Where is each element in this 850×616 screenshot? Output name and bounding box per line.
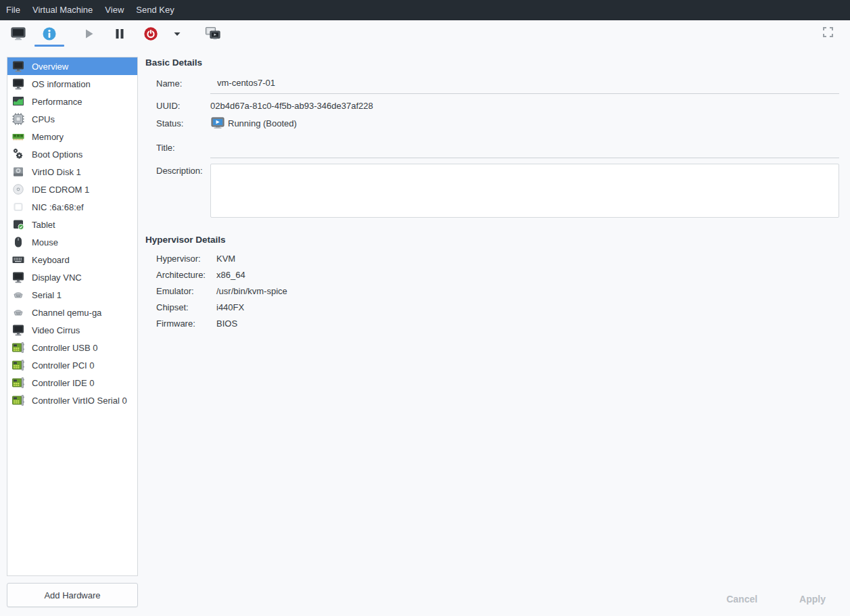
monitor-icon <box>11 323 26 337</box>
sidebar-item-performance[interactable]: Performance <box>7 93 137 110</box>
hv-row-emulator: Emulator:/usr/bin/kvm-spice <box>156 286 839 296</box>
menu-virtual-machine[interactable]: Virtual Machine <box>26 0 99 20</box>
sidebar-item-memory[interactable]: Memory <box>7 128 137 145</box>
fullscreen-button[interactable] <box>818 23 838 43</box>
sidebar-item-label: Controller IDE 0 <box>32 378 94 388</box>
hv-label: Architecture: <box>156 270 216 280</box>
sidebar-item-label: Boot Options <box>32 149 82 160</box>
details-info-icon <box>41 26 57 44</box>
sidebar-item-label: Tablet <box>32 220 55 230</box>
hv-value: /usr/bin/kvm-spice <box>216 286 839 296</box>
title-label: Title: <box>156 143 210 158</box>
sidebar-item-label: VirtIO Disk 1 <box>32 167 81 177</box>
sidebar-item-label: Overview <box>32 62 68 72</box>
vm-running-icon <box>210 117 225 129</box>
hv-label: Hypervisor: <box>156 254 216 264</box>
sidebar-item-serial-1[interactable]: Serial 1 <box>7 286 137 304</box>
cpu-icon <box>11 112 26 126</box>
hv-value: x86_64 <box>216 270 839 280</box>
monitor-icon <box>11 270 26 285</box>
sidebar-item-video-cirrus[interactable]: Video Cirrus <box>7 321 137 339</box>
footer-actions: Cancel Apply <box>726 594 826 605</box>
sidebar-item-controller-usb-0[interactable]: Controller USB 0 <box>7 339 137 356</box>
shutdown-menu-button[interactable] <box>166 22 188 47</box>
title-input[interactable] <box>210 140 839 158</box>
run-button[interactable] <box>73 22 104 47</box>
uuid-value: 02b4d67a-81c0-4f5b-ab93-346de37af228 <box>210 101 839 111</box>
description-textarea[interactable] <box>210 164 839 218</box>
sidebar-item-keyboard[interactable]: Keyboard <box>7 251 137 268</box>
sidebar-item-label: Channel qemu-ga <box>32 308 101 318</box>
name-input[interactable] <box>210 76 839 94</box>
sidebar-item-channel-qemu-ga[interactable]: Channel qemu-ga <box>7 304 137 321</box>
fullscreen-icon <box>822 26 834 40</box>
hv-label: Firmware: <box>156 318 216 329</box>
sidebar-item-boot-options[interactable]: Boot Options <box>7 145 137 163</box>
sidebar-item-label: OS information <box>32 79 91 89</box>
toolbar <box>0 20 850 49</box>
sidebar-item-label: Performance <box>32 97 82 107</box>
serial-icon <box>11 287 26 302</box>
menu-file[interactable]: File <box>0 0 26 20</box>
screenshot-button[interactable] <box>197 22 229 47</box>
description-label: Description: <box>156 164 210 176</box>
sidebar-item-label: Memory <box>32 132 64 142</box>
sidebar-item-label: Keyboard <box>32 255 70 265</box>
sidebar-item-label: Video Cirrus <box>32 325 80 335</box>
sidebar-item-virtio-disk-1[interactable]: VirtIO Disk 1 <box>7 163 137 181</box>
sidebar-item-label: IDE CDROM 1 <box>32 185 89 195</box>
apply-button[interactable]: Apply <box>799 594 826 605</box>
controller-icon <box>11 393 26 408</box>
nic-icon <box>11 199 26 214</box>
controller-icon <box>11 340 26 355</box>
screenshot-icon <box>204 26 222 44</box>
uuid-label: UUID: <box>156 101 210 111</box>
sidebar-item-mouse[interactable]: Mouse <box>7 233 137 251</box>
sidebar-item-controller-virtio-serial-0[interactable]: Controller VirtIO Serial 0 <box>7 392 137 409</box>
details-panel: Basic Details Name: UUID: 02b4d67a-81c0-… <box>145 51 839 329</box>
sidebar-item-label: NIC :6a:68:ef <box>32 202 84 212</box>
shutdown-button[interactable] <box>135 22 166 47</box>
cancel-button[interactable]: Cancel <box>726 594 757 605</box>
sidebar-item-nic-6a-68-ef[interactable]: NIC :6a:68:ef <box>7 198 137 216</box>
pause-icon <box>112 26 128 44</box>
show-details-button[interactable] <box>34 22 65 47</box>
mouse-icon <box>11 235 26 250</box>
run-icon <box>80 26 97 44</box>
sidebar-item-controller-ide-0[interactable]: Controller IDE 0 <box>7 374 137 392</box>
sidebar-item-os-information[interactable]: OS information <box>7 75 137 93</box>
add-hardware-button[interactable]: Add Hardware <box>7 583 138 607</box>
tablet-icon <box>11 217 26 232</box>
sidebar-item-controller-pci-0[interactable]: Controller PCI 0 <box>7 356 137 374</box>
hv-label: Chipset: <box>156 302 216 312</box>
uuid-row: UUID: 02b4d67a-81c0-4f5b-ab93-346de37af2… <box>156 101 839 111</box>
serial-icon <box>11 305 26 320</box>
memory-icon <box>11 129 26 144</box>
sidebar-item-cpus[interactable]: CPUs <box>7 110 137 128</box>
sidebar-item-label: Controller VirtIO Serial 0 <box>32 396 127 406</box>
console-icon <box>10 26 26 44</box>
name-row: Name: <box>156 76 839 94</box>
hv-row-architecture: Architecture:x86_64 <box>156 270 839 280</box>
caret-down-icon <box>172 28 183 41</box>
menu-view[interactable]: View <box>99 0 130 20</box>
sidebar-item-overview[interactable]: Overview <box>7 57 137 75</box>
basic-details-title: Basic Details <box>145 57 839 68</box>
sidebar-item-label: Mouse <box>32 237 58 247</box>
menu-send-key[interactable]: Send Key <box>130 0 180 20</box>
hv-value: KVM <box>216 254 839 264</box>
show-graphical-console-button[interactable] <box>3 22 34 47</box>
status-value: Running (Booted) <box>228 118 297 128</box>
monitor-icon <box>11 59 26 74</box>
monitor-icon <box>11 76 26 91</box>
hv-row-chipset: Chipset:i440FX <box>156 302 839 312</box>
hypervisor-details-title: Hypervisor Details <box>145 235 839 245</box>
sidebar-item-display-vnc[interactable]: Display VNC <box>7 268 137 286</box>
hardware-list: OverviewOS informationPerformanceCPUsMem… <box>7 57 138 576</box>
sidebar-item-label: Serial 1 <box>32 290 62 300</box>
hv-value: BIOS <box>216 318 839 329</box>
sidebar-item-ide-cdrom-1[interactable]: IDE CDROM 1 <box>7 181 137 198</box>
performance-icon <box>11 94 26 109</box>
sidebar-item-tablet[interactable]: Tablet <box>7 216 137 233</box>
pause-button[interactable] <box>104 22 135 47</box>
